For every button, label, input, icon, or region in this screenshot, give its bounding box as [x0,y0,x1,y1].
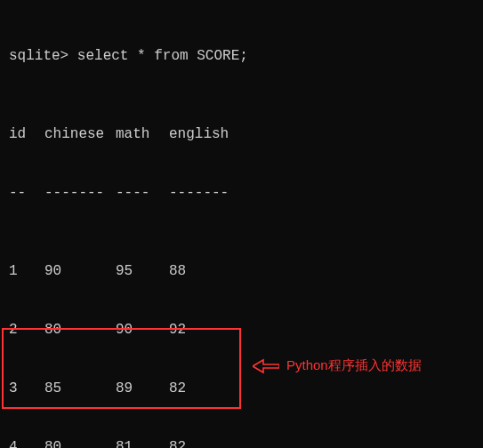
cell-math: 90 [116,320,169,340]
header-row-1: id chinese math english [9,124,474,144]
cell-chinese: 90 [44,261,116,281]
header-id: id [9,124,44,144]
table-row: 4808182 [9,437,474,448]
cell-math: 89 [116,379,169,398]
table-row: 3858982 [9,379,474,398]
cell-chinese: 80 [44,320,116,340]
cell-chinese: 80 [44,437,116,448]
terminal-output[interactable]: sqlite> select * from SCORE; id chinese … [9,7,474,448]
sep-id: -- [9,183,44,203]
prompt-line-1: sqlite> select * from SCORE; [9,46,474,66]
sep-chinese: ------- [44,183,116,203]
cell-english: 82 [169,379,240,398]
table-row: 1909588 [9,261,474,281]
table-row: 2809092 [9,320,474,340]
cell-math: 95 [116,261,169,281]
cell-english: 92 [169,320,240,340]
cell-english: 88 [169,261,240,281]
header-english: english [169,124,240,144]
separator-row-1: -- ------- ---- ------- [9,183,474,203]
sep-english: ------- [169,183,240,203]
cell-english: 82 [169,437,240,448]
sql-command-1: select * from SCORE; [77,46,248,66]
cell-id: 2 [9,320,44,340]
cell-id: 1 [9,261,44,281]
header-chinese: chinese [44,124,116,144]
cell-id: 3 [9,379,44,398]
cell-chinese: 85 [44,379,116,398]
cell-math: 81 [116,437,169,448]
cell-id: 4 [9,437,44,448]
sep-math: ---- [116,183,169,203]
prompt: sqlite> [9,46,68,66]
header-math: math [116,124,169,144]
